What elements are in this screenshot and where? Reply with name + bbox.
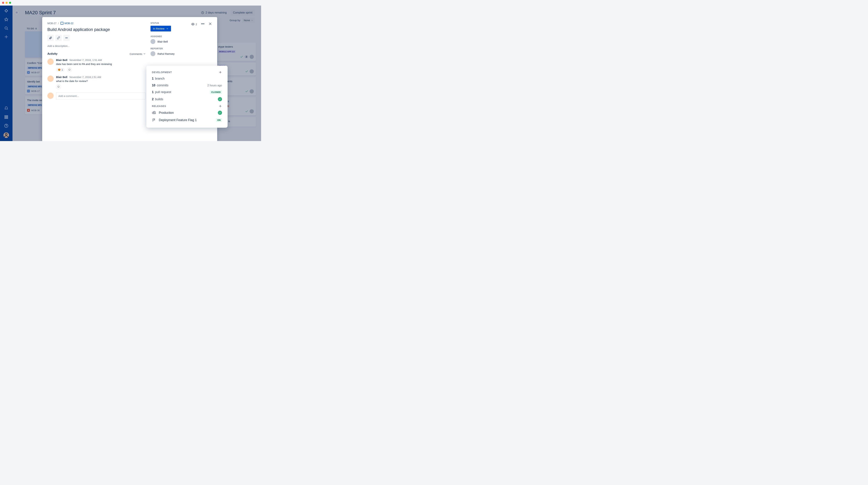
link-button[interactable]	[55, 35, 62, 41]
dev-pr-row[interactable]: 1pull request CLOSED	[152, 90, 222, 94]
comment-date: November 7, 2018, 1:51 AM	[69, 59, 102, 61]
jira-logo-icon[interactable]	[4, 9, 8, 13]
watchers-button[interactable]: 2	[191, 22, 197, 26]
svg-point-35	[58, 86, 60, 88]
dev-commits-row[interactable]: 10commits 2 hours ago	[152, 84, 222, 87]
search-icon[interactable]	[4, 26, 8, 30]
more-button[interactable]	[63, 35, 70, 41]
svg-rect-7	[7, 116, 8, 116]
window-close-dot[interactable]	[2, 2, 4, 4]
comment-input[interactable]	[56, 93, 146, 99]
commits-time: 2 hours ago	[207, 84, 222, 87]
sidebar-toggle-button[interactable]	[14, 10, 19, 15]
add-release-button[interactable]	[219, 105, 222, 108]
dev-branch-row[interactable]: 1branch	[152, 77, 222, 80]
groupby-select[interactable]: None	[242, 18, 255, 23]
close-button[interactable]	[209, 22, 212, 26]
check-icon	[240, 55, 243, 58]
svg-rect-8	[5, 117, 5, 117]
comment-author[interactable]: Blair Bell	[56, 76, 67, 79]
window-minimize-dot[interactable]	[5, 2, 8, 4]
story-icon	[27, 71, 30, 74]
release-production-row[interactable]: Production	[152, 111, 222, 115]
assignee-field[interactable]: Blair Bell	[151, 39, 212, 44]
status-value: In Review	[153, 27, 164, 30]
development-heading: DEVELOPMENT	[152, 71, 172, 74]
svg-point-25	[203, 24, 203, 24]
story-icon	[27, 90, 30, 92]
current-user-avatar	[48, 93, 54, 99]
reporter-field[interactable]: Rahul Ramsey	[151, 51, 212, 56]
svg-line-2	[7, 29, 8, 30]
more-actions-button[interactable]	[201, 22, 205, 26]
parent-key[interactable]: MOB-27	[48, 22, 56, 25]
comment: Blair Bell November 7, 2018,1:51 AM what…	[48, 76, 146, 89]
create-icon[interactable]	[4, 35, 8, 39]
column-name: TO DO	[27, 27, 34, 30]
check-icon	[245, 70, 248, 73]
development-panel: DEVELOPMENT 1branch 10commits 2 hours ag…	[146, 66, 227, 128]
card-tag: IMPROVE NPS	[27, 85, 43, 88]
comment-avatar	[48, 76, 54, 82]
builds-count: 2	[152, 97, 154, 101]
svg-point-32	[69, 69, 70, 71]
flag-status-badge: ON	[216, 118, 222, 122]
svg-marker-0	[4, 18, 8, 21]
issue-key-link[interactable]: MOB-22	[61, 22, 73, 25]
check-icon	[245, 110, 248, 113]
assignee-avatar	[250, 55, 254, 59]
commits-label: commits	[157, 84, 168, 87]
pr-label: pull request	[155, 90, 171, 94]
activity-filter-select[interactable]: Comments	[130, 53, 146, 55]
builds-label: builds	[155, 97, 163, 101]
bug-icon	[27, 109, 30, 112]
assignee-label: ASSIGNEE	[151, 35, 212, 38]
add-reaction-button[interactable]	[56, 84, 61, 89]
days-remaining: 2 days remaining	[201, 11, 227, 14]
star-icon[interactable]	[4, 18, 8, 22]
days-remaining-text: 2 days remaining	[206, 11, 227, 14]
reaction-pill[interactable]: 😍1	[56, 68, 65, 72]
add-development-button[interactable]	[219, 70, 222, 74]
card[interactable]: otype testers MOBILE APP 2.0 2	[216, 43, 256, 61]
status-dropdown[interactable]: In Review	[151, 26, 171, 31]
help-icon[interactable]	[4, 124, 8, 128]
feature-flag-row[interactable]: Deployment Feature Flag 1 ON	[152, 118, 222, 122]
breadcrumb-separator: /	[58, 22, 59, 25]
app-switcher-icon[interactable]	[4, 115, 8, 119]
svg-rect-13	[7, 118, 8, 119]
profile-avatar[interactable]	[3, 132, 9, 138]
complete-sprint-button[interactable]: Complete sprint	[230, 10, 255, 16]
attach-button[interactable]	[48, 35, 54, 41]
cloud-upload-icon	[152, 111, 156, 115]
comment-author[interactable]: Blair Bell	[56, 59, 67, 61]
paperclip-icon	[49, 36, 52, 39]
column-count: 6	[35, 27, 37, 30]
groupby-value: None	[244, 19, 250, 22]
svg-point-30	[66, 38, 67, 38]
watch-count: 2	[196, 23, 197, 26]
card-tag: IMPROVE NPS	[27, 66, 43, 69]
heart-eyes-emoji: 😍	[58, 68, 61, 71]
svg-point-24	[202, 24, 202, 24]
card-key: MOB-07	[31, 71, 39, 74]
notification-icon[interactable]	[4, 106, 8, 111]
issue-title[interactable]: Build Android application package	[48, 27, 146, 32]
flag-icon	[152, 118, 156, 122]
add-comment-row	[48, 93, 146, 99]
close-icon	[209, 22, 212, 26]
pr-count: 1	[152, 90, 154, 94]
chevron-down-icon	[143, 53, 146, 55]
description-field[interactable]: Add a description...	[48, 45, 146, 48]
card-title: otype testers	[218, 45, 254, 49]
svg-rect-5	[5, 116, 5, 116]
dev-builds-row[interactable]: 2builds	[152, 97, 222, 101]
add-reaction-button[interactable]	[67, 67, 72, 72]
window-zoom-dot[interactable]	[9, 2, 11, 4]
commits-count: 10	[152, 84, 155, 87]
svg-rect-11	[5, 118, 5, 119]
reporter-avatar	[151, 51, 155, 56]
assignee-avatar	[250, 109, 254, 113]
issue-key: MOB-22	[64, 22, 73, 25]
smile-plus-icon	[68, 68, 71, 71]
